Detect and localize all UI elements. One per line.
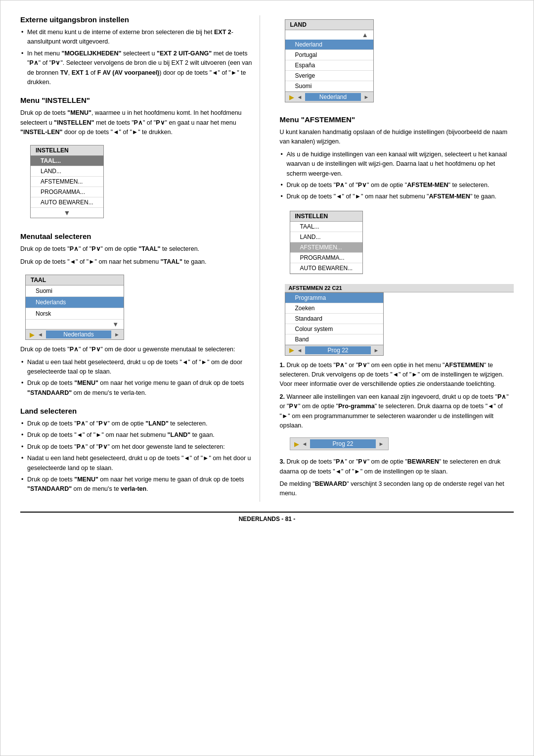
land-item-nederland: Nederland [285, 40, 373, 50]
arrow-right-icon: ► [364, 94, 369, 100]
list-item: Nadat u een taal hebt geselecteerd, druk… [20, 358, 255, 377]
list-item: Druk op de toets "P∧" of "P∨" om het doo… [20, 442, 255, 452]
prog-bar: ▶ ◄ Prog 22 ► [290, 437, 389, 450]
instellen-menu-title: INSTELLEN [31, 145, 103, 156]
afstemmen-sub-zoeken: Zoeken [285, 303, 383, 314]
instellen-menu-item-land: LAND... [31, 166, 103, 177]
list-item: Met dit menu kunt u de interne of extern… [20, 28, 255, 47]
taal-menu-box: TAAL Suomi Nederlands Norsk ▼ ▶ ◄ Nederl… [20, 270, 255, 345]
list-item: Druk op de toets "P∧" of "P∨" om de opti… [280, 181, 514, 190]
afstemmen-menu-taal: TAAL... [290, 222, 363, 232]
list-item: Druk op de toets "P∧" of "P∨" om de opti… [20, 419, 255, 428]
afstemmen-bullets: Als u de huidige instellingen van een ka… [280, 150, 514, 202]
afstemmen-submenu: AFSTEMMEN 22 C21 Programma Zoeken Standa… [285, 284, 514, 356]
taal-label: TAAL [31, 277, 46, 284]
arrow-right-icon: ► [114, 331, 120, 337]
left-column: Externe uitgangsbron instellen Met dit m… [20, 15, 260, 502]
prog-bar-container: ▶ ◄ Prog 22 ► [290, 433, 514, 454]
afstemmen-header-text: AFSTEMMEN 22 C21 [289, 285, 342, 291]
arrow-yellow-icon: ▶ [30, 331, 35, 338]
land-title: LAND [285, 20, 373, 30]
arrow-yellow-icon: ▶ [289, 94, 294, 101]
afstemmen-final-note: De melding "BEWAARD" verschijnt 3 second… [280, 479, 514, 499]
section1-title: Externe uitgangsbron instellen [20, 15, 255, 24]
land-item-portugal: Portugal [285, 50, 373, 60]
instellen-menu-item-auto: AUTO BEWAREN... [31, 197, 103, 208]
list-item: Druk op de toets "◄" of "►" om naar het … [20, 430, 255, 440]
list-item: Druk op de toets "MENU" om naar het vori… [20, 378, 255, 398]
taal-item-norsk: Norsk [26, 308, 124, 320]
afstemmen-sub-band: Band [285, 334, 383, 345]
arrow-yellow-icon: ▶ [289, 346, 294, 354]
section2-para1: Druk op de toets "MENU", waarmee u in he… [20, 108, 255, 137]
page: Externe uitgangsbron instellen Met dit m… [0, 0, 534, 756]
section3-para1: Druk op de toets "P∧" of "P∨" om de opti… [20, 244, 255, 254]
section1-bullets: Met dit menu kunt u de interne of extern… [20, 28, 255, 87]
section3-para2: Druk op de toets "◄" of "►" om naar het … [20, 257, 255, 267]
taal-title: TAAL [26, 275, 124, 285]
arrow-left-icon: ◄ [302, 441, 308, 447]
footer-text: NEDERLANDS - 81 - [239, 516, 296, 522]
afstemmen-menu-programma: PROGRAMMA... [290, 253, 363, 263]
afstemmen-header: AFSTEMMEN 22 C21 [285, 284, 514, 292]
land-menu-container: LAND ▲ Nederland Portugal España Sverige… [280, 15, 514, 106]
prog-bar-value: Prog 22 [310, 439, 375, 448]
instellen-menu-box: INSTELLEN TAAL... LAND... AFSTEMMEN... P… [20, 140, 255, 223]
section2-title: Menu "INSTELLEN" [20, 96, 255, 104]
afstemmen-sub-programma: Programma [285, 293, 383, 303]
taal-item-nederlands: Nederlands [26, 297, 124, 308]
land-footer-value: Nederland [305, 93, 360, 101]
afstemmen-menu-afstemmen: AFSTEMMEN... [290, 242, 363, 253]
taal-footer: ▶ ◄ Nederlands ► [26, 329, 124, 339]
afstemmen-instellen-title: INSTELLEN [290, 211, 363, 222]
arrow-right-icon: ► [374, 347, 379, 353]
land-footer: ▶ ◄ Nederland ► [285, 92, 373, 102]
land-item-sverige: Sverige [285, 71, 373, 81]
afstemmen-intro: U kunt kanalen handmatig opslaan of de h… [280, 128, 514, 147]
list-item: Nadat u een land hebt geselecteerd, druk… [20, 454, 255, 473]
afstemmen-numbered-1: 1. Druk op de toets "P∧" or "P∨" om een … [280, 361, 514, 389]
afstemmen-menu-auto: AUTO BEWAREN... [290, 263, 363, 274]
section3-para3: Druk op de toets "P∧" of "P∨" om de door… [20, 345, 255, 354]
taal-item-suomi: Suomi [26, 285, 124, 297]
afstemmen-menu-land: LAND... [290, 232, 363, 242]
section3-title: Menutaal selecteren [20, 232, 255, 240]
afstemmen-numbered-2: 2. Wanneer alle instellingen van een kan… [280, 392, 514, 431]
afstemmen-sub-colour: Colour system [285, 324, 383, 334]
land-item-espana: España [285, 60, 373, 71]
instellen-menu-item-programma: PROGRAMMA... [31, 187, 103, 197]
afstemmen-numbered-3: 3. Druk op de toets "P∧" or "P∨" om de o… [280, 457, 514, 476]
right-column: LAND ▲ Nederland Portugal España Sverige… [275, 15, 514, 502]
arrow-left-icon: ◄ [297, 94, 303, 100]
list-item: Druk op de toets "◄" of "►" om naar het … [280, 192, 514, 201]
afstemmen-footer: ▶ ◄ Prog 22 ► [285, 345, 383, 355]
list-item: Druk op de toets "MENU" om naar het vori… [20, 475, 255, 494]
arrow-left-icon: ◄ [38, 331, 43, 337]
instellen-menu-item-taal: TAAL... [31, 156, 103, 166]
afstemmen-sub-box: Programma Zoeken Standaard Colour system… [285, 292, 384, 356]
afstemmen-sub-standaard: Standaard [285, 314, 383, 324]
section3-bullets: Nadat u een taal hebt geselecteerd, druk… [20, 358, 255, 398]
taal-footer-value: Nederlands [46, 331, 111, 338]
land-item-suomi: Suomi [285, 81, 373, 92]
section-afstemmen-title: Menu "AFSTEMMEN" [280, 115, 514, 124]
arrow-yellow-icon: ▶ [294, 440, 299, 448]
instellen-menu-item-afstemmen: AFSTEMMEN... [31, 177, 103, 187]
list-item: Als u de huidige instellingen van een ka… [280, 150, 514, 179]
section4-bullets: Druk op de toets "P∧" of "P∨" om de opti… [20, 419, 255, 494]
section4-title: Land selecteren [20, 407, 255, 415]
arrow-right-icon: ► [379, 441, 384, 447]
afstemmen-footer-value: Prog 22 [305, 346, 370, 354]
arrow-left-icon: ◄ [297, 347, 303, 353]
list-item: In het menu "MOGELIJKHEDEN" selecteert u… [20, 49, 255, 88]
afstemmen-instellen-menu: INSTELLEN TAAL... LAND... AFSTEMMEN... P… [280, 206, 514, 279]
page-footer: NEDERLANDS - 81 - [20, 512, 514, 522]
